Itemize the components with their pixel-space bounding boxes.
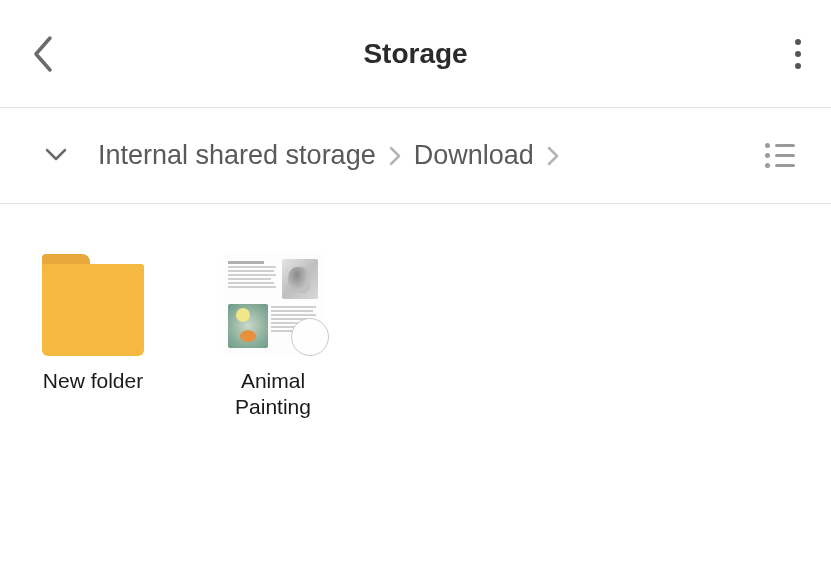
selection-indicator[interactable]: [291, 318, 329, 356]
file-thumbnail: [223, 254, 323, 354]
chevron-right-icon: [542, 145, 564, 167]
list-view-icon: [765, 143, 795, 148]
folder-item[interactable]: New folder: [38, 254, 148, 421]
back-button[interactable]: [20, 24, 66, 84]
breadcrumb-item[interactable]: Download: [414, 140, 534, 171]
chevron-right-icon: [384, 145, 406, 167]
item-label: New folder: [43, 368, 143, 394]
view-toggle-button[interactable]: [759, 137, 801, 174]
breadcrumb-collapse-button[interactable]: [38, 140, 74, 172]
breadcrumb-item[interactable]: Internal shared storage: [98, 140, 376, 171]
folder-icon: [42, 254, 144, 354]
file-item[interactable]: Animal Painting: [218, 254, 328, 421]
breadcrumb-bar: Internal shared storage Download: [0, 108, 831, 204]
file-grid: New folder: [0, 204, 831, 471]
dots-icon: [795, 39, 801, 45]
page-title: Storage: [363, 38, 467, 70]
breadcrumb: Internal shared storage Download: [98, 140, 564, 171]
back-icon: [30, 34, 56, 74]
chevron-down-icon: [44, 146, 68, 162]
more-options-button[interactable]: [785, 29, 811, 79]
item-label: Animal Painting: [218, 368, 328, 421]
app-header: Storage: [0, 0, 831, 108]
